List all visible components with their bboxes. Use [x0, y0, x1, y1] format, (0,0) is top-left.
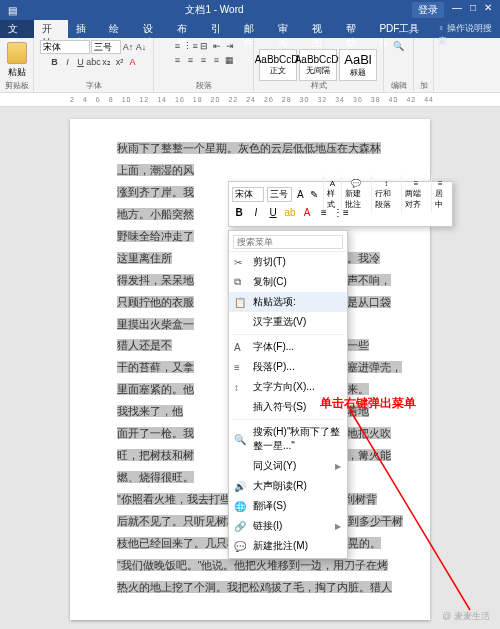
app-icon: ▤	[8, 5, 17, 16]
find-icon[interactable]: 🔍	[393, 40, 405, 52]
grow-font-icon[interactable]: A↑	[122, 41, 134, 53]
mt-grow-icon[interactable]: A	[295, 187, 306, 201]
style-nospace[interactable]: AaBbCcDt无间隔	[299, 49, 337, 81]
cm-item-label: 同义词(Y)	[253, 459, 296, 473]
mt-numbering-icon[interactable]: ⋮≡	[334, 205, 348, 219]
cm-item[interactable]: ⧉复制(C)	[229, 272, 347, 292]
cm-item-icon: 📋	[234, 297, 246, 308]
ribbon-clipboard: 粘贴 剪贴板	[0, 38, 34, 92]
annotation-arrow	[300, 400, 480, 620]
align-left-icon[interactable]: ≡	[172, 54, 184, 66]
mt-bold[interactable]: B	[232, 205, 246, 219]
window-close[interactable]: ✕	[484, 2, 492, 18]
cm-item[interactable]: ≡段落(P)...	[229, 357, 347, 377]
ribbon-addin: 加	[414, 38, 434, 92]
ribbon-font: 宋体 三号 A↑ A↓ B I U abc x₂ x² A 字体	[34, 38, 154, 92]
tab-insert[interactable]: 插入	[68, 20, 102, 38]
ribbon-paragraph: ≡ ⋮≡ ⊟ ⇤ ⇥ ≡ ≡ ≡ ≡ ▦ 段落	[154, 38, 254, 92]
numbering-icon[interactable]: ⋮≡	[185, 40, 197, 52]
paste-icon[interactable]	[7, 42, 27, 64]
cm-item-label: 插入符号(S)	[253, 400, 306, 414]
cm-item[interactable]: 📋粘贴选项:	[229, 292, 347, 312]
tab-references[interactable]: 引用	[203, 20, 237, 38]
sub-button[interactable]: x₂	[101, 56, 113, 68]
tab-help[interactable]: 帮助	[338, 20, 372, 38]
font-name-select[interactable]: 宋体	[40, 40, 90, 54]
mt-font[interactable]: 宋体	[232, 187, 264, 202]
underline-button[interactable]: U	[75, 56, 87, 68]
cm-item-label: 段落(P)...	[253, 360, 295, 374]
cm-search-input[interactable]	[233, 235, 343, 249]
tab-file[interactable]: 文件	[0, 20, 34, 38]
mt-size[interactable]: 三号	[267, 187, 292, 202]
cm-item-label: 翻译(S)	[253, 499, 286, 513]
cm-item-icon: ⧉	[234, 276, 246, 288]
cm-item-label: 链接(I)	[253, 519, 282, 533]
mt-spacing[interactable]: ↕行和段落	[371, 175, 401, 213]
tab-mailings[interactable]: 邮件	[236, 20, 270, 38]
tab-pdf[interactable]: PDF工具集	[371, 20, 431, 38]
multilevel-icon[interactable]: ⊟	[198, 40, 210, 52]
mt-highlight-icon[interactable]: ab	[283, 205, 297, 219]
svg-line-0	[350, 410, 470, 610]
sup-button[interactable]: x²	[114, 56, 126, 68]
cm-item-icon: A	[234, 342, 246, 353]
italic-button[interactable]: I	[62, 56, 74, 68]
mt-fontcolor-icon[interactable]: A	[300, 205, 314, 219]
shading-icon[interactable]: ▦	[224, 54, 236, 66]
menubar: 文件 开始 插入 绘图 设计 布局 引用 邮件 审阅 视图 帮助 PDF工具集 …	[0, 20, 500, 38]
shrink-font-icon[interactable]: A↓	[135, 41, 147, 53]
doc-title: 文档1 - Word	[17, 3, 412, 17]
cm-item[interactable]: A字体(F)...	[229, 337, 347, 357]
cm-item-icon: ✂	[234, 257, 246, 268]
align-right-icon[interactable]: ≡	[198, 54, 210, 66]
paste-button[interactable]: 粘贴	[8, 66, 26, 79]
cm-item-label: 剪切(T)	[253, 255, 286, 269]
cm-item[interactable]: ↕文字方向(X)...	[229, 377, 347, 397]
mt-bullets-icon[interactable]: ≡	[317, 205, 331, 219]
tab-view[interactable]: 视图	[304, 20, 338, 38]
cm-item[interactable]: 汉字重选(V)	[229, 312, 347, 332]
cm-item-icon: ≡	[234, 362, 246, 373]
bullets-icon[interactable]: ≡	[172, 40, 184, 52]
cm-item-label: 字体(F)...	[253, 340, 294, 354]
window-min[interactable]: —	[452, 2, 462, 18]
mt-format-painter-icon[interactable]: ✎	[309, 187, 320, 201]
strike-button[interactable]: abc	[88, 56, 100, 68]
cm-item-label: 汉字重选(V)	[253, 315, 306, 329]
align-center-icon[interactable]: ≡	[185, 54, 197, 66]
cm-search	[229, 233, 347, 252]
cm-item-icon: 🔗	[234, 521, 246, 532]
font-color-button[interactable]: A	[127, 56, 139, 68]
mt-italic[interactable]: I	[249, 205, 263, 219]
justify-icon[interactable]: ≡	[211, 54, 223, 66]
annotation-text: 单击右键弹出菜单	[320, 395, 416, 412]
cm-item-icon: 🔊	[234, 481, 246, 492]
style-heading[interactable]: AaBl标题	[339, 49, 377, 81]
tell-me[interactable]: ♀ 操作说明搜索	[432, 20, 500, 38]
cm-item-label: 大声朗读(R)	[253, 479, 307, 493]
login-button[interactable]: 登录	[412, 2, 444, 18]
style-normal[interactable]: AaBbCcDt正文	[259, 49, 297, 81]
cm-item-icon: 🔍	[234, 434, 246, 445]
mt-justify[interactable]: ≡两端对齐	[401, 175, 431, 213]
titlebar: ▤ 文档1 - Word 登录 — □ ✕	[0, 0, 500, 20]
font-size-select[interactable]: 三号	[91, 40, 121, 54]
tab-design[interactable]: 设计	[135, 20, 169, 38]
tab-review[interactable]: 审阅	[270, 20, 304, 38]
mt-underline[interactable]: U	[266, 205, 280, 219]
bold-button[interactable]: B	[49, 56, 61, 68]
ribbon: 粘贴 剪贴板 宋体 三号 A↑ A↓ B I U abc x₂ x² A 字体 …	[0, 38, 500, 93]
cm-item-label: 粘贴选项:	[253, 295, 296, 309]
tab-layout[interactable]: 布局	[169, 20, 203, 38]
cm-item-label: 文字方向(X)...	[253, 380, 315, 394]
indent-inc-icon[interactable]: ⇥	[224, 40, 236, 52]
indent-dec-icon[interactable]: ⇤	[211, 40, 223, 52]
tab-home[interactable]: 开始	[34, 20, 68, 38]
ribbon-editing: 🔍 编辑	[384, 38, 414, 92]
mt-center[interactable]: ≡居中	[431, 175, 449, 213]
cm-item[interactable]: ✂剪切(T)	[229, 252, 347, 272]
tab-draw[interactable]: 绘图	[101, 20, 135, 38]
cm-item-label: 复制(C)	[253, 275, 287, 289]
window-max[interactable]: □	[470, 2, 476, 18]
